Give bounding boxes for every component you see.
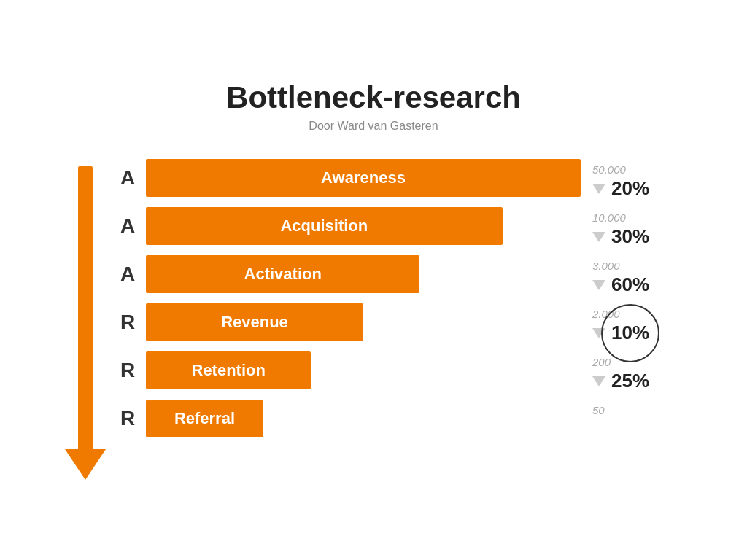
funnel-row: AAcquisition <box>117 207 581 245</box>
conversion-block: 25% <box>592 370 649 392</box>
bar-wrap: Revenue <box>146 303 581 341</box>
funnel-row: RRevenue <box>117 303 581 341</box>
arrow-head <box>65 449 106 480</box>
value-label: 200 <box>592 356 611 368</box>
row-letter: R <box>117 359 139 382</box>
main-container: Bottleneck-research Door Ward van Gaster… <box>45 66 702 494</box>
funnel-bar: Referral <box>146 400 263 438</box>
conversion-percent: 30% <box>611 225 649 248</box>
funnel-bar: Revenue <box>146 303 363 341</box>
value-label: 10.000 <box>592 211 626 224</box>
page-title: Bottleneck-research <box>67 80 680 115</box>
conversion-block: 60% <box>592 273 649 296</box>
value-label: 3.000 <box>592 260 620 272</box>
bar-label: Awareness <box>321 168 406 187</box>
bar-label: Retention <box>192 361 266 380</box>
arrow-down-icon <box>592 184 605 194</box>
conversion-percent: 10% <box>611 322 649 344</box>
row-letter: A <box>117 214 139 238</box>
funnel-bar: Activation <box>146 255 419 293</box>
right-row: 2.00010% <box>592 303 680 351</box>
funnel-row: RReferral <box>117 400 581 438</box>
right-row: 3.00060% <box>592 255 680 303</box>
conversion-percent: 25% <box>611 370 649 392</box>
funnel-row: AActivation <box>117 255 581 293</box>
arrow-down-icon <box>592 232 605 242</box>
conversion-block: 30% <box>592 225 649 248</box>
funnel-row: AAwareness <box>117 159 581 197</box>
big-arrow <box>65 166 106 480</box>
conversion-block: 20% <box>592 177 649 200</box>
right-row: 50 <box>592 400 680 448</box>
conversion-block: 10% <box>592 322 649 344</box>
bar-label: Referral <box>174 409 235 428</box>
bar-wrap: Activation <box>146 255 581 293</box>
row-letter: R <box>117 311 139 334</box>
value-label: 50 <box>592 404 605 416</box>
conversion-percent: 20% <box>611 177 649 200</box>
right-row: 50.00020% <box>592 159 680 207</box>
page-subtitle: Door Ward van Gasteren <box>67 120 680 133</box>
value-label: 50.000 <box>592 163 626 176</box>
right-row: 20025% <box>592 351 680 400</box>
left-arrow-column <box>67 159 104 480</box>
funnel-bar: Awareness <box>146 159 581 197</box>
bar-wrap: Retention <box>146 351 581 389</box>
arrow-down-icon <box>592 376 605 386</box>
row-letter: A <box>117 262 139 286</box>
bar-wrap: Referral <box>146 400 581 438</box>
funnel-row: RRetention <box>117 351 581 389</box>
funnel-bar: Acquisition <box>146 207 503 245</box>
row-letter: A <box>117 166 139 190</box>
row-letter: R <box>117 407 139 430</box>
chart-area: AAwarenessAAcquisitionAActivationRRevenu… <box>67 159 680 480</box>
funnel-bar: Retention <box>146 351 311 389</box>
bar-wrap: Acquisition <box>146 207 581 245</box>
arrow-shaft <box>78 166 93 449</box>
right-column: 50.00020%10.00030%3.00060%2.00010%20025%… <box>592 159 680 448</box>
bar-label: Acquisition <box>280 217 368 236</box>
funnel-rows: AAwarenessAAcquisitionAActivationRRevenu… <box>117 159 581 448</box>
arrow-down-icon <box>592 280 605 290</box>
bar-label: Revenue <box>221 313 288 332</box>
bar-wrap: Awareness <box>146 159 581 197</box>
bar-label: Activation <box>244 265 322 284</box>
conversion-percent: 60% <box>611 273 649 296</box>
right-row: 10.00030% <box>592 207 680 255</box>
